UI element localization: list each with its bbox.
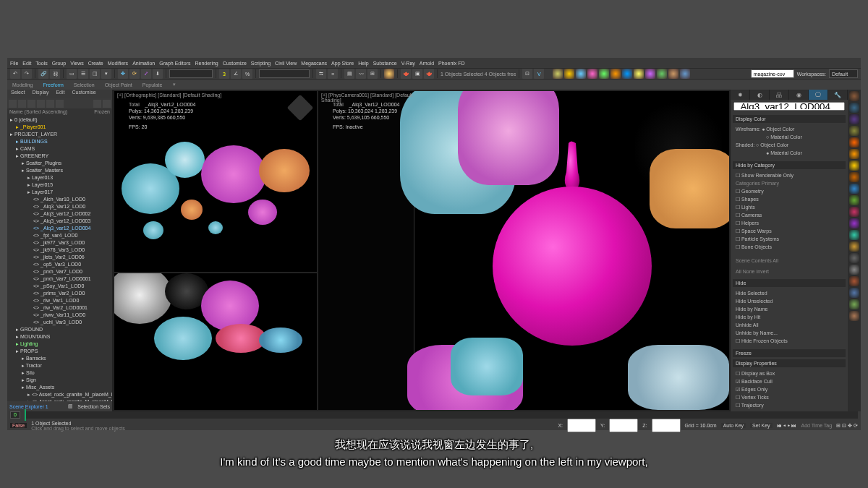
menu-modifiers[interactable]: Modifiers	[108, 61, 128, 66]
menu-substance[interactable]: Substance	[373, 61, 397, 66]
se-tool-icon[interactable]	[37, 100, 45, 108]
se-tool-icon[interactable]	[103, 100, 111, 108]
teapot5-icon[interactable]	[599, 69, 609, 79]
side-tool-icon[interactable]	[849, 126, 859, 136]
mirror-icon[interactable]: ⇋	[316, 69, 326, 79]
tree-node[interactable]: <> _Alq3_var12_LOD004	[7, 225, 112, 232]
tree-node[interactable]: ▸ Misc_Assets	[7, 384, 112, 391]
se-tool-icon[interactable]	[9, 100, 17, 108]
side-tool-icon[interactable]	[849, 218, 859, 228]
side-tool-icon[interactable]	[849, 253, 859, 263]
tree-node[interactable]: ▸ 0 (default)	[7, 116, 112, 124]
side-tool-icon[interactable]	[849, 184, 859, 194]
link-icon[interactable]: 🔗	[38, 69, 48, 79]
tree-node[interactable]: ▸ Barracks	[7, 355, 112, 362]
tree-node[interactable]: <> _pSoy_Var1_LOD0	[7, 283, 112, 290]
menu-create[interactable]: Create	[88, 61, 103, 66]
se-tool-icon[interactable]	[46, 100, 54, 108]
ribbon-tab-populate[interactable]: Populate	[140, 82, 165, 87]
teapot7-icon[interactable]	[622, 69, 632, 79]
tree-node[interactable]: ▸ Silo	[7, 369, 112, 377]
redo-icon[interactable]: ↷	[22, 69, 32, 79]
coord-system-dropdown[interactable]	[169, 69, 213, 78]
unlink-icon[interactable]: ⛓	[50, 69, 60, 79]
scale-icon[interactable]: ⤢	[141, 69, 151, 79]
se-tool-icon[interactable]	[56, 100, 64, 108]
play-controls-icon[interactable]: ⏮ ◀ ▶ ⏭	[777, 423, 797, 428]
menu-appstore[interactable]: App Store	[331, 61, 354, 66]
se-tab-display[interactable]: Display	[28, 90, 52, 98]
teapot6-icon[interactable]	[610, 69, 621, 79]
tree-node[interactable]: <> _Alq3_var12_LOD003	[7, 218, 112, 225]
timeline[interactable]	[25, 411, 858, 419]
ribbon-tab-modeling[interactable]: Modeling	[10, 82, 35, 87]
rollout-hide-category[interactable]: Hide by Category	[733, 161, 846, 169]
render-frame-icon[interactable]: ▣	[412, 69, 422, 79]
snap-toggle-icon[interactable]: 3	[219, 69, 229, 79]
teapot4-icon[interactable]	[587, 69, 597, 79]
tree-node[interactable]: ▸ <> Asset_rock_granite_M_placeM_LOD0	[7, 391, 112, 398]
menu-tools[interactable]: Tools	[35, 61, 47, 66]
tree-node[interactable]: <> _jlets_Var2_LOD06	[7, 254, 112, 261]
side-tool-icon[interactable]	[849, 265, 859, 275]
se-tab-customise[interactable]: Customise	[68, 90, 99, 98]
side-tool-icon[interactable]	[849, 230, 859, 240]
tree-node[interactable]: ▸ BUILDINGS	[7, 138, 112, 145]
menu-edit[interactable]: Edit	[22, 61, 31, 66]
rollout-hide[interactable]: Hide	[733, 279, 846, 287]
z-input[interactable]	[652, 419, 681, 432]
side-tool-icon[interactable]	[849, 172, 859, 182]
menu-rendering[interactable]: Rendering	[195, 61, 218, 66]
tree-node[interactable]: <> _uchl_Var3_LOD0	[7, 319, 112, 326]
filter-icon[interactable]: ▾	[101, 69, 111, 79]
tree-node[interactable]: <> _rlww_Var11_LOD0	[7, 312, 112, 319]
side-tool-icon[interactable]	[849, 311, 859, 321]
tree-node[interactable]: ▸ Sign	[7, 377, 112, 384]
menu-civilview[interactable]: Civil View	[275, 61, 297, 66]
vp1-header[interactable]: [+] [Orthographic] [Standard] [Default S…	[117, 93, 221, 98]
tree-node[interactable]: <> _jk978_Var3_LOD0	[7, 247, 112, 254]
tree-node[interactable]: <> _fpt_var4_LOD0	[7, 232, 112, 239]
move-icon[interactable]: ✥	[118, 69, 128, 79]
material-editor-icon[interactable]	[384, 69, 394, 79]
tree-node[interactable]: ▸ Tractor	[7, 362, 112, 369]
rotate-icon[interactable]: ⟳	[129, 69, 140, 79]
rollout-display-color[interactable]: Display Color	[733, 115, 846, 123]
menu-file[interactable]: File	[10, 61, 18, 66]
hide-by-name-button[interactable]: Hide by Name	[736, 305, 843, 313]
hide-unselected-button[interactable]: Hide Unselected	[736, 297, 843, 305]
tree-node[interactable]: <> _op5_Var3_LOD0	[7, 261, 112, 268]
se-tab-select[interactable]: Select	[7, 90, 28, 98]
teapot11-icon[interactable]	[668, 69, 678, 79]
tree-node[interactable]: <> _prlms_Var2_LOD0	[7, 290, 112, 297]
isolate-icon[interactable]: ⊡	[522, 69, 532, 79]
tree-node[interactable]: <> _Alq3_var12_LOD002	[7, 210, 112, 218]
side-tool-icon[interactable]	[849, 299, 859, 309]
tree-node[interactable]: <> _prxh_Var7_LOD0	[7, 268, 112, 275]
ribbon-tab-freeform[interactable]: Freeform	[41, 82, 65, 87]
angle-snap-icon[interactable]: ∠	[231, 69, 241, 79]
selection-sets-label[interactable]: Selection Sets	[77, 404, 110, 409]
schematic-icon[interactable]: ⊞	[367, 69, 378, 79]
menu-group[interactable]: Group	[52, 61, 66, 66]
add-time-tag-button[interactable]: Add Time Tag	[801, 423, 832, 428]
tree-node[interactable]: <> _prxh_Var7_LOD0001	[7, 275, 112, 283]
named-selection-input[interactable]	[259, 69, 310, 78]
auto-key-button[interactable]: Auto Key	[721, 423, 746, 428]
tree-node[interactable]: ▸ MOUNTAINS	[7, 333, 112, 341]
render-setup-icon[interactable]: 🫖	[401, 69, 411, 79]
se-tool-icon[interactable]	[18, 100, 26, 108]
cmd-tab-create-icon[interactable]: ✹	[731, 90, 750, 100]
side-tool-icon[interactable]	[849, 276, 859, 286]
tree-node[interactable]: <> _rlw_Var1_LOD0	[7, 297, 112, 304]
side-tool-icon[interactable]	[849, 137, 859, 147]
cmd-tab-motion-icon[interactable]: ◉	[789, 90, 809, 100]
tree-node[interactable]: ▸ Layer015	[7, 181, 112, 189]
nav-controls-icon[interactable]: ⊞ ⊡ ✥ ⟳	[836, 423, 858, 429]
menu-grapheditors[interactable]: Graph Editors	[159, 61, 190, 66]
unhide-all-button[interactable]: Unhide All	[736, 321, 843, 329]
tree-node[interactable]: ▸ Lighting	[7, 341, 112, 348]
hide-by-hit-button[interactable]: Hide by Hit	[736, 313, 843, 321]
tree-node[interactable]: <> _Alq3_Var12_LOD0	[7, 203, 112, 210]
side-tool-icon[interactable]	[849, 149, 859, 159]
